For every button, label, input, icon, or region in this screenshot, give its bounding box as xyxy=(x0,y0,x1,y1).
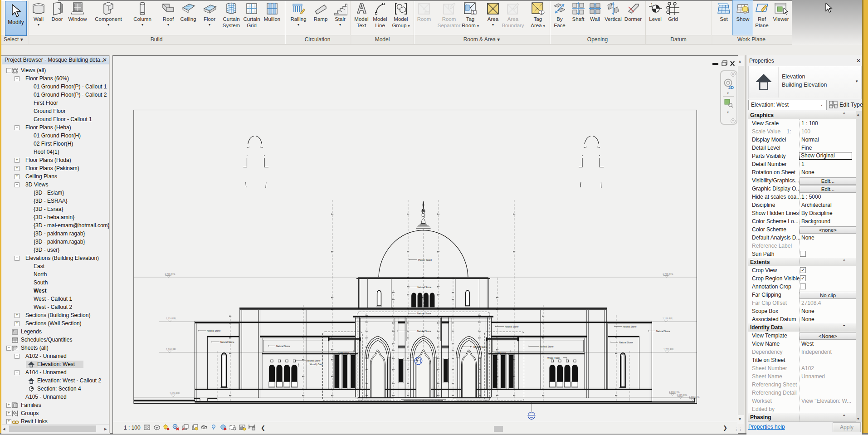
svg-text:1,766 FFL: 1,766 FFL xyxy=(166,348,177,351)
svg-text:Natural Stone: Natural Stone xyxy=(418,286,432,288)
svg-text:Natural Stone: Natural Stone xyxy=(220,341,234,343)
svg-text:Natural Stone: Natural Stone xyxy=(473,346,488,348)
svg-text:Natural Stone: Natural Stone xyxy=(417,312,431,315)
svg-text:Wood ( Oak): Wood ( Oak) xyxy=(310,363,323,366)
svg-text:1,116 FFL: 1,116 FFL xyxy=(663,317,673,320)
svg-text:GRP panel: GRP panel xyxy=(338,352,349,354)
svg-text:Natural Stone: Natural Stone xyxy=(307,359,321,362)
svg-text:1,615 FFL: 1,615 FFL xyxy=(677,394,688,396)
svg-text:1: 1 xyxy=(473,10,475,15)
svg-text:Natural Stone: Natural Stone xyxy=(656,330,670,332)
svg-text:1,116 FFL: 1,116 FFL xyxy=(166,317,176,320)
svg-text:Plaster board: Plaster board xyxy=(418,259,432,261)
svg-text:Natural Stone: Natural Stone xyxy=(540,345,554,348)
svg-text:Natural Stone: Natural Stone xyxy=(207,329,221,332)
svg-text:1,776 FFL: 1,776 FFL xyxy=(165,273,176,275)
svg-text:Wood ( Oak): Wood ( Oak) xyxy=(547,357,561,359)
svg-text:1,666 FFL: 1,666 FFL xyxy=(669,391,680,393)
svg-text:1,776 FFL: 1,776 FFL xyxy=(663,273,673,275)
svg-text:Natural Stone: Natural Stone xyxy=(276,345,290,347)
svg-text:1,766 FFL: 1,766 FFL xyxy=(663,348,674,351)
svg-text:GRP panel: GRP panel xyxy=(495,352,506,354)
svg-text:1: 1 xyxy=(541,10,543,15)
svg-text:Natural Stone: Natural Stone xyxy=(619,341,633,344)
svg-text:Natural Stone: Natural Stone xyxy=(417,330,431,332)
svg-text:Natural Stone: Natural Stone xyxy=(623,325,637,328)
svg-text:1,666 FFL: 1,666 FFL xyxy=(170,392,180,395)
svg-text:1: 1 xyxy=(651,2,653,6)
svg-text:Natural Stone: Natural Stone xyxy=(505,325,519,328)
